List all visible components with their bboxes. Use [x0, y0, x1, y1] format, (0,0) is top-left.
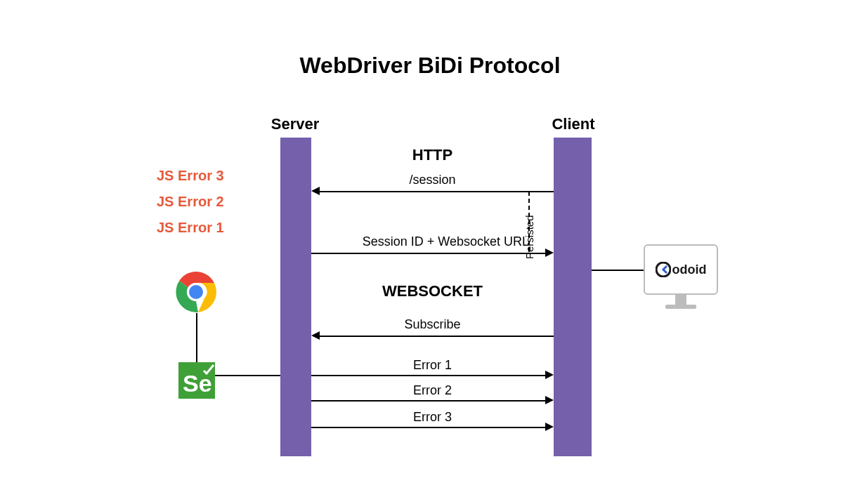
- response-msg: Session ID + Websocket URL: [311, 234, 529, 249]
- response-arrow-head: [545, 248, 554, 257]
- js-error-item: JS Error 2: [157, 194, 224, 210]
- response-arrow: [311, 253, 545, 254]
- error1-msg: Error 1: [311, 358, 554, 373]
- chrome-icon: [175, 271, 217, 313]
- chrome-to-selenium-line: [196, 313, 197, 362]
- error1-arrow: [311, 375, 545, 376]
- js-error-item: JS Error 1: [157, 220, 224, 236]
- subscribe-arrow-head: [311, 331, 320, 340]
- brand-c-icon: [656, 262, 671, 277]
- diagram-title: WebDriver BiDi Protocol: [0, 53, 860, 79]
- client-monitor: odoid: [644, 244, 718, 309]
- error2-arrow: [311, 400, 545, 402]
- error1-arrow-head: [545, 371, 554, 379]
- server-label: Server: [253, 115, 337, 133]
- client-bar: [554, 138, 592, 456]
- http-section-label: HTTP: [311, 146, 554, 164]
- js-errors-list: JS Error 3 JS Error 2 JS Error 1: [157, 168, 224, 246]
- selenium-to-server-line: [215, 375, 280, 376]
- subscribe-msg: Subscribe: [311, 317, 554, 332]
- subscribe-arrow: [320, 336, 554, 337]
- error3-arrow: [311, 427, 545, 428]
- error3-arrow-head: [545, 423, 554, 431]
- svg-point-2: [189, 285, 203, 299]
- brand-text: odoid: [672, 263, 707, 277]
- error3-msg: Error 3: [311, 410, 554, 425]
- monitor-stand: [675, 295, 686, 305]
- error2-arrow-head: [545, 396, 554, 404]
- client-to-monitor-line: [592, 270, 644, 271]
- selenium-icon: Se: [178, 362, 215, 399]
- js-error-item: JS Error 3: [157, 168, 224, 184]
- error2-msg: Error 2: [311, 383, 554, 398]
- session-arrow-head: [311, 187, 320, 195]
- server-bar: [280, 138, 311, 456]
- monitor-screen: odoid: [644, 244, 718, 295]
- session-arrow: [320, 191, 554, 192]
- session-msg: /session: [311, 173, 554, 187]
- client-label: Client: [531, 115, 615, 133]
- monitor-base: [665, 305, 696, 309]
- websocket-section-label: WEBSOCKET: [311, 282, 554, 300]
